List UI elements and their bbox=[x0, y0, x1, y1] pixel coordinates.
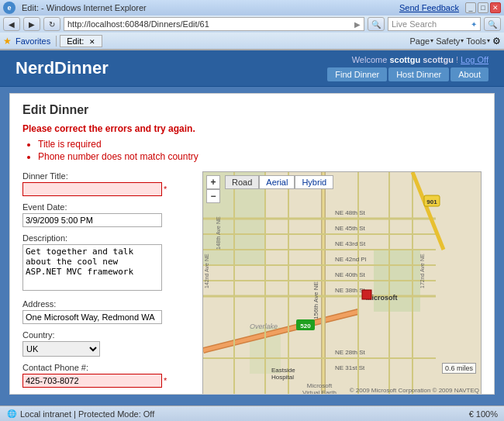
forward-button[interactable]: ▶ bbox=[23, 17, 40, 31]
map-container[interactable]: 520 bbox=[202, 171, 482, 395]
contact-phone-input[interactable] bbox=[22, 374, 162, 388]
tools-chevron-icon: ▾ bbox=[487, 37, 490, 44]
map-toolbar: + − bbox=[206, 175, 220, 203]
svg-text:NE 31st St: NE 31st St bbox=[335, 364, 365, 371]
welcome-text: Welcome scottgu scottgu ! Log Off bbox=[352, 55, 488, 64]
description-label: Description: bbox=[22, 233, 193, 243]
refresh-button[interactable]: ↻ bbox=[43, 17, 60, 31]
search-icon[interactable]: 🔍 bbox=[368, 17, 385, 31]
status-text: Local intranet | Protected Mode: Off bbox=[20, 409, 154, 419]
refresh-icon: ↻ bbox=[49, 20, 55, 29]
svg-text:Overlake: Overlake bbox=[250, 323, 278, 330]
svg-text:Microsoft: Microsoft bbox=[307, 382, 333, 389]
safety-menu[interactable]: Safety ▾ bbox=[436, 36, 464, 46]
browser-chrome: e Edit: - Windows Internet Explorer Send… bbox=[0, 0, 504, 50]
username: scottgu bbox=[389, 55, 420, 64]
about-button[interactable]: About bbox=[450, 67, 488, 81]
svg-text:Virtual Earth: Virtual Earth bbox=[302, 389, 337, 395]
header-right: Welcome scottgu scottgu ! Log Off Find D… bbox=[327, 55, 488, 81]
svg-text:142nd Ave NE: 142nd Ave NE bbox=[204, 254, 209, 288]
error-list: Title is required Phone number does not … bbox=[22, 139, 482, 162]
safety-label: Safety bbox=[436, 36, 460, 46]
close-button[interactable]: ✕ bbox=[490, 2, 501, 13]
address-input[interactable] bbox=[22, 310, 162, 324]
form-section: Dinner Title: * Event Date: Description:… bbox=[22, 171, 193, 395]
find-dinner-button[interactable]: Find Dinner bbox=[327, 67, 387, 81]
live-search-icon: ✦ bbox=[471, 20, 477, 29]
map-section: 520 bbox=[202, 171, 482, 395]
header-nav: Find Dinner Host Dinner About bbox=[327, 67, 488, 81]
contact-phone-label: Contact Phone #: bbox=[22, 363, 193, 372]
tools-label: Tools bbox=[466, 36, 486, 46]
svg-text:NE 43rd St: NE 43rd St bbox=[335, 240, 366, 247]
event-date-label: Event Date: bbox=[22, 202, 193, 212]
svg-text:NE 42nd Pl: NE 42nd Pl bbox=[335, 256, 367, 263]
svg-rect-36 bbox=[362, 290, 371, 299]
page-label: Page bbox=[409, 36, 430, 46]
map-type-hybrid[interactable]: Hybrid bbox=[295, 175, 333, 189]
error-item-2: Phone number does not match country bbox=[38, 151, 482, 162]
event-date-input[interactable] bbox=[22, 213, 162, 227]
gear-icon[interactable]: ⚙ bbox=[492, 36, 501, 47]
error-summary: Please correct the errors and try again.… bbox=[22, 123, 482, 162]
toolbar-bar: ★ Favorites Edit: ✕ Page ▾ Safety ▾ Tool… bbox=[0, 33, 504, 50]
page-chevron-icon: ▾ bbox=[430, 37, 433, 44]
host-dinner-button[interactable]: Host Dinner bbox=[388, 67, 449, 81]
error-prompt: Please correct the errors and try again. bbox=[22, 123, 482, 134]
map-type-aerial[interactable]: Aerial bbox=[259, 175, 295, 189]
username-display: scottgu bbox=[423, 55, 454, 64]
description-group: Description: Get together and talk about… bbox=[22, 233, 193, 293]
address-go-icon[interactable]: ▶ bbox=[354, 20, 361, 29]
site-header: NerdDinner Welcome scottgu scottgu ! Log… bbox=[0, 50, 504, 87]
country-select[interactable]: USA UK Canada Australia bbox=[22, 341, 100, 357]
svg-text:NE 48th St: NE 48th St bbox=[335, 209, 365, 216]
safety-chevron-icon: ▾ bbox=[461, 37, 464, 44]
nav-bar: ◀ ▶ ↻ http://localhost:60848/Dinners/Edi… bbox=[0, 16, 504, 33]
description-textarea[interactable]: Get together and talk about the cool new… bbox=[22, 244, 162, 291]
zoom-in-button[interactable]: + bbox=[206, 175, 220, 189]
svg-text:172nd Ave NE: 172nd Ave NE bbox=[419, 254, 425, 288]
search-bar[interactable]: Live Search ✦ bbox=[388, 17, 481, 31]
status-right: € 100% bbox=[469, 409, 498, 419]
address-bar[interactable]: http://localhost:60848/Dinners/Edit/61 ▶ bbox=[64, 17, 364, 31]
search-go-button[interactable]: 🔍 bbox=[484, 17, 501, 31]
dinner-title-input[interactable] bbox=[22, 182, 162, 196]
country-group: Country: USA UK Canada Australia bbox=[22, 330, 193, 357]
contact-phone-group: Contact Phone #: * bbox=[22, 363, 193, 388]
address-group: Address: bbox=[22, 299, 193, 324]
back-icon: ◀ bbox=[9, 20, 15, 29]
required-marker-phone: * bbox=[164, 376, 167, 385]
svg-text:NE 45th St: NE 45th St bbox=[335, 225, 365, 232]
svg-text:Eastside: Eastside bbox=[271, 367, 295, 374]
logoff-link[interactable]: Log Off bbox=[461, 55, 488, 64]
svg-text:148th Ave NE: 148th Ave NE bbox=[216, 216, 221, 250]
required-marker-title: * bbox=[164, 185, 167, 194]
page-menu[interactable]: Page ▾ bbox=[409, 36, 433, 46]
map-svg: 520 bbox=[203, 172, 481, 395]
country-label: Country: bbox=[22, 330, 193, 340]
address-label: Address: bbox=[22, 299, 193, 309]
favorites-button[interactable]: Favorites bbox=[13, 36, 53, 47]
status-left: 🌐 Local intranet | Protected Mode: Off bbox=[6, 409, 469, 419]
map-type-road[interactable]: Road bbox=[225, 175, 259, 189]
ie-icon: e bbox=[3, 2, 16, 14]
tab-label: Edit: bbox=[67, 36, 84, 46]
tab-close-icon[interactable]: ✕ bbox=[89, 38, 95, 46]
page-heading: Edit Dinner bbox=[22, 103, 482, 117]
restore-button[interactable]: □ bbox=[478, 2, 488, 13]
svg-text:520: 520 bbox=[300, 323, 311, 330]
tools-menu[interactable]: Tools ▾ bbox=[466, 36, 490, 46]
title-bar: e Edit: - Windows Internet Explorer Send… bbox=[0, 0, 504, 16]
minimize-button[interactable]: _ bbox=[465, 2, 476, 13]
site-title: NerdDinner bbox=[16, 58, 109, 78]
zoom-out-button[interactable]: − bbox=[206, 189, 220, 203]
welcome-label: Welcome bbox=[352, 55, 388, 64]
tab-button[interactable]: Edit: ✕ bbox=[60, 35, 102, 47]
map-copyright: © 2009 Microsoft Corporation © 2009 NAVT… bbox=[350, 387, 479, 394]
zoom-level[interactable]: € 100% bbox=[469, 409, 498, 419]
send-feedback-link[interactable]: Send Feedback bbox=[399, 3, 459, 12]
toolbar-right: Page ▾ Safety ▾ Tools ▾ ⚙ bbox=[409, 36, 501, 47]
svg-text:156th Ave NE: 156th Ave NE bbox=[312, 281, 319, 319]
back-button[interactable]: ◀ bbox=[3, 17, 20, 31]
svg-text:Hospital: Hospital bbox=[271, 374, 294, 381]
